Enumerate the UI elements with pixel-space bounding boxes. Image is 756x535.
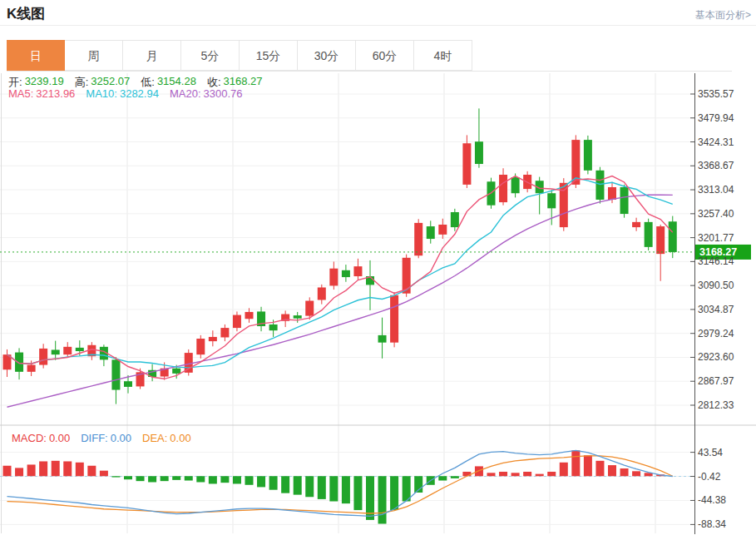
tab-4h[interactable]: 4时 xyxy=(414,40,472,71)
svg-text:3424.31: 3424.31 xyxy=(698,136,734,148)
svg-text:3535.57: 3535.57 xyxy=(698,88,734,100)
svg-text:3201.77: 3201.77 xyxy=(698,232,734,244)
tab-60min[interactable]: 60分 xyxy=(356,40,414,71)
svg-text:43.54: 43.54 xyxy=(698,447,723,458)
svg-text:3257.40: 3257.40 xyxy=(698,208,734,220)
ma10-line xyxy=(7,178,673,368)
tab-15min[interactable]: 15分 xyxy=(240,40,298,71)
svg-text:3313.04: 3313.04 xyxy=(698,184,734,196)
svg-text:2923.60: 2923.60 xyxy=(698,351,734,363)
svg-text:2867.97: 2867.97 xyxy=(698,375,734,387)
svg-text:3034.87: 3034.87 xyxy=(698,304,734,315)
price-axis: 3535.573479.943424.313368.673313.043257.… xyxy=(690,73,734,534)
page-title: K线图 xyxy=(7,4,45,23)
candlesticks xyxy=(3,108,677,404)
kline-chart-area: 3168.273535.573479.943424.313368.673313.… xyxy=(0,72,756,535)
svg-text:-44.38: -44.38 xyxy=(698,494,726,506)
macd-histogram xyxy=(3,450,665,523)
current-price-marker: 3168.27 xyxy=(0,245,751,260)
tab-month[interactable]: 月 xyxy=(123,40,181,71)
svg-text:3090.50: 3090.50 xyxy=(698,280,734,291)
interval-tabs: 日周月5分15分30分60分4时 xyxy=(7,40,732,72)
svg-text:2812.33: 2812.33 xyxy=(698,399,734,411)
tab-30min[interactable]: 30分 xyxy=(298,40,356,71)
tab-day[interactable]: 日 xyxy=(7,40,65,71)
page-header: K线图 基本面分析> xyxy=(0,0,756,26)
svg-text:3479.94: 3479.94 xyxy=(698,112,734,124)
fundamental-analysis-link[interactable]: 基本面分析> xyxy=(695,8,751,22)
ma20-line xyxy=(7,195,673,407)
svg-text:3146.14: 3146.14 xyxy=(698,255,734,267)
svg-text:2979.24: 2979.24 xyxy=(698,328,734,339)
svg-text:-88.34: -88.34 xyxy=(698,518,726,530)
svg-text:3368.67: 3368.67 xyxy=(698,160,734,171)
svg-text:-0.42: -0.42 xyxy=(698,471,721,483)
kline-chart-canvas[interactable]: 3168.273535.573479.943424.313368.673313.… xyxy=(0,72,756,535)
tab-5min[interactable]: 5分 xyxy=(181,40,240,71)
tab-week[interactable]: 周 xyxy=(65,40,123,71)
